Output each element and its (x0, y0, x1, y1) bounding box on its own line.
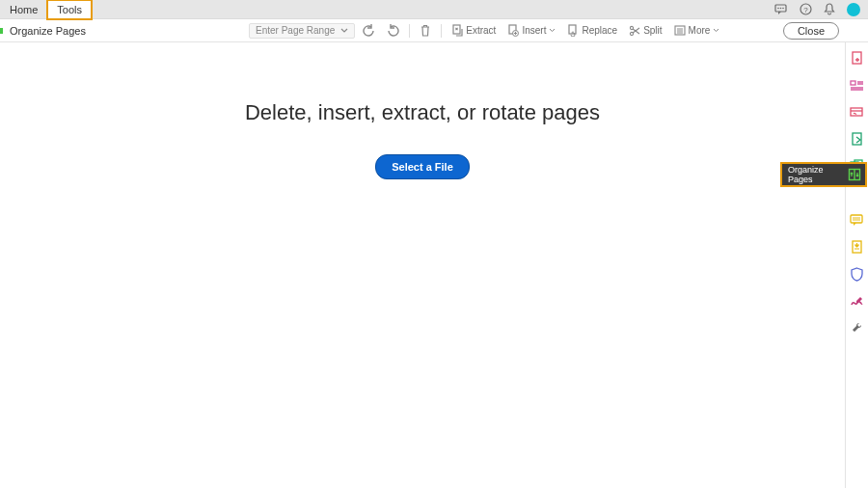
rotate-left-button[interactable] (359, 22, 379, 39)
organize-subbar: Organize Pages Enter Page Range (0, 19, 868, 42)
bell-icon[interactable] (824, 3, 835, 15)
organize-toolbar: Enter Page Range Extract (249, 22, 723, 39)
extract-label: Extract (466, 25, 496, 36)
trash-icon (420, 24, 431, 37)
separator (409, 24, 410, 38)
separator (441, 24, 442, 38)
delete-button[interactable] (416, 22, 435, 39)
replace-label: Replace (582, 25, 617, 36)
page-range-input[interactable]: Enter Page Range (249, 23, 355, 39)
more-label: More (689, 25, 711, 36)
rail-request-sign-icon[interactable] (850, 104, 865, 120)
tooltip-label: Organize Pages (788, 165, 842, 184)
svg-rect-19 (851, 215, 862, 223)
svg-rect-15 (851, 108, 862, 116)
svg-point-2 (780, 7, 782, 9)
split-button[interactable]: Split (625, 23, 665, 39)
headline: Delete, insert, extract, or rotate pages (0, 100, 845, 125)
topnav-right: ? (774, 0, 868, 18)
nav-home[interactable]: Home (0, 0, 47, 19)
chevron-down-icon (713, 28, 719, 33)
rotate-left-icon (363, 24, 375, 37)
subbar-title: Organize Pages (0, 25, 249, 37)
rail-fill-sign-icon[interactable] (850, 293, 865, 309)
more-button[interactable]: More (670, 23, 724, 38)
organize-pages-icon (848, 168, 861, 181)
extract-button[interactable]: Extract (448, 22, 500, 39)
split-label: Split (643, 25, 662, 36)
insert-icon (507, 24, 519, 37)
svg-point-3 (782, 7, 784, 9)
subbar-right: Close (783, 22, 868, 40)
avatar[interactable] (847, 3, 860, 16)
help-icon[interactable]: ? (800, 3, 812, 15)
rail-create-pdf-icon[interactable] (850, 50, 865, 66)
rail-more-tools-icon[interactable] (850, 320, 865, 336)
chevron-down-icon (340, 28, 348, 34)
insert-label: Insert (522, 25, 546, 36)
rail-export-pdf-icon[interactable] (850, 131, 865, 147)
extract-icon (451, 24, 463, 37)
replace-button[interactable]: Replace (563, 22, 621, 39)
close-button[interactable]: Close (783, 22, 839, 40)
scissors-icon (629, 25, 640, 37)
right-tool-rail (845, 42, 868, 488)
page-range-placeholder: Enter Page Range (256, 25, 335, 36)
svg-rect-14 (851, 81, 855, 85)
chat-icon[interactable] (774, 4, 788, 15)
topnav-left: Home Tools (0, 0, 92, 18)
rail-compress-icon[interactable] (850, 239, 865, 255)
replace-icon (567, 24, 579, 37)
rail-edit-pdf-icon[interactable] (850, 77, 865, 93)
rail-protect-icon[interactable] (850, 266, 865, 282)
organize-pages-tooltip[interactable]: Organize Pages (780, 162, 867, 187)
main-area: Delete, insert, extract, or rotate pages… (0, 42, 845, 488)
top-bar: Home Tools ? (0, 0, 868, 19)
more-icon (674, 25, 686, 36)
rail-comment-icon[interactable] (850, 212, 865, 228)
rotate-right-icon (387, 24, 399, 37)
chevron-down-icon (549, 28, 556, 33)
svg-point-1 (777, 7, 779, 9)
nav-tools[interactable]: Tools (47, 0, 92, 19)
rotate-right-button[interactable] (383, 22, 403, 39)
select-file-button[interactable]: Select a File (375, 154, 470, 179)
insert-button[interactable]: Insert (503, 22, 559, 39)
svg-text:?: ? (803, 6, 808, 14)
